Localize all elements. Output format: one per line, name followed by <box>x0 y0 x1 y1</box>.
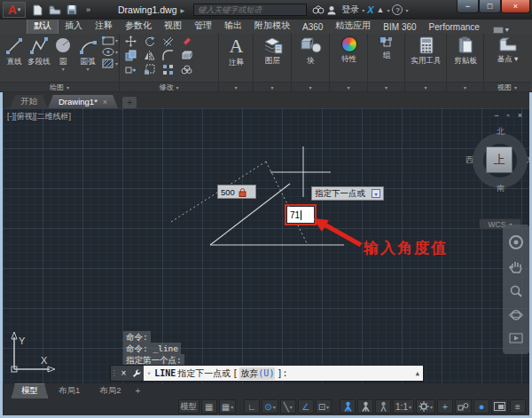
navigation-wheel-icon[interactable] <box>508 234 524 250</box>
customization-button[interactable]: + <box>437 399 453 414</box>
tab-insert[interactable]: 插入 <box>59 18 89 34</box>
block-button[interactable]: 块 <box>292 34 329 82</box>
chevron-down-icon[interactable]: ▾ <box>62 67 65 72</box>
viewcube-east[interactable]: 东 <box>527 154 529 166</box>
help-button[interactable]: ? <box>392 4 403 15</box>
drag-handle-icon[interactable]: ⋮ <box>111 366 117 381</box>
autoscale-button[interactable] <box>357 399 373 414</box>
search-input[interactable] <box>193 4 307 16</box>
trim-button[interactable] <box>159 35 177 47</box>
tab-output[interactable]: 输出 <box>218 18 248 34</box>
tab-parametric[interactable]: 参数化 <box>119 18 158 34</box>
app-menu-button[interactable]: A▾ <box>3 2 26 18</box>
rectangle-tool-button[interactable]: ▾ <box>102 35 118 45</box>
tab-model[interactable]: 模型 <box>12 383 48 398</box>
model-space-button[interactable]: 模型 <box>178 399 200 414</box>
polar-tracking-button[interactable]: ⊙▾ <box>262 399 278 414</box>
tab-annotate[interactable]: 注释 <box>89 18 119 34</box>
panel-label-block[interactable]: ▾ <box>292 82 329 91</box>
revcloud-button[interactable] <box>177 64 196 75</box>
command-input[interactable]: ▾ LINE 指定下一点或 [放弃(U)]: ▲ <box>144 366 423 381</box>
arc-button[interactable]: 圆弧 ▾ <box>75 35 100 72</box>
tab-view[interactable]: 视图 <box>158 18 188 34</box>
save-button[interactable] <box>65 4 78 16</box>
chevron-down-icon[interactable]: ▾ <box>87 67 90 72</box>
rotate-button[interactable] <box>140 35 159 47</box>
viewcube[interactable]: 上 北 南 西 东 <box>471 128 529 188</box>
panel-label-layers[interactable]: ▾ <box>254 82 291 91</box>
signin-chevron-icon[interactable]: ▾ <box>362 7 364 13</box>
a360-icon[interactable]: ▲ <box>377 5 385 14</box>
stretch-button[interactable] <box>121 64 140 75</box>
hatch-tool-button[interactable]: ▾ <box>102 59 118 68</box>
panel-label-modify[interactable]: 修改▾ <box>120 82 218 91</box>
panel-label-view[interactable]: 视图▾ <box>484 82 530 91</box>
viewcube-top-face[interactable]: 上 <box>486 146 512 173</box>
panel-label-group[interactable]: ▾ <box>368 82 404 91</box>
viewcube-west[interactable]: 西 <box>466 154 473 166</box>
open-file-button[interactable] <box>48 4 61 16</box>
panel-label-properties[interactable]: ▾ <box>330 82 367 91</box>
polyline-button[interactable]: 多段线 <box>27 35 51 67</box>
utilities-button[interactable]: 实用工具 <box>405 34 446 82</box>
qat-overflow-button[interactable]: » <box>82 4 95 16</box>
length-input-field[interactable]: 500 <box>217 185 256 199</box>
new-tab-button[interactable]: + <box>122 97 137 108</box>
new-layout-button[interactable]: + <box>136 386 141 396</box>
close-button[interactable]: × <box>501 0 530 13</box>
panel-label-draw[interactable]: 绘图▾ <box>0 82 119 91</box>
drawing-canvas[interactable]: [-][俯视][二维线框] − ▫ × 500 指定下一点或 <box>3 108 529 383</box>
ellipse-tool-button[interactable]: ▾ <box>102 47 118 57</box>
isolate-objects-button[interactable] <box>455 399 472 414</box>
tab-manage[interactable]: 管理 <box>188 18 218 34</box>
file-tab-drawing1[interactable]: Drawing1* × <box>48 95 118 108</box>
status-menu-button[interactable]: ≡ <box>510 399 526 414</box>
snap-mode-button[interactable]: ▦▾ <box>219 399 236 414</box>
copy-button[interactable] <box>121 50 140 61</box>
tab-layout1[interactable]: 布局1 <box>50 384 89 398</box>
line-button[interactable]: 直线 <box>2 35 27 67</box>
array-button[interactable] <box>159 64 177 75</box>
search-binoculars-icon[interactable] <box>312 5 325 14</box>
object-snap-tracking-button[interactable]: ∠ <box>298 399 314 414</box>
scale-button[interactable] <box>140 64 159 75</box>
tab-layout2[interactable]: 布局2 <box>90 384 129 398</box>
file-tab-start[interactable]: 开始 <box>10 95 48 108</box>
basepoint-button[interactable]: 基点 ▾ <box>484 34 530 82</box>
tab-addins[interactable]: 附加模块 <box>248 18 296 34</box>
circle-button[interactable]: 圆 ▾ <box>51 35 76 72</box>
new-file-button[interactable] <box>31 4 44 16</box>
fillet-button[interactable] <box>159 50 177 61</box>
properties-button[interactable]: 特性 <box>330 34 367 82</box>
command-option[interactable]: 放弃(U) <box>239 367 275 380</box>
annotate-button[interactable]: A 注释 <box>219 34 253 82</box>
title-flyout-icon[interactable]: ▶ <box>181 7 185 13</box>
exchange-apps-icon[interactable]: X <box>367 4 373 15</box>
isometric-drafting-button[interactable]: ╲▾ <box>280 399 296 414</box>
tab-close-icon[interactable]: × <box>103 98 107 106</box>
ribbon-display-button[interactable]: ▾ <box>493 26 509 34</box>
expand-history-icon[interactable]: ▲ <box>416 370 419 377</box>
a360-chevron-icon[interactable]: ▾ <box>387 7 389 13</box>
pan-hand-icon[interactable] <box>509 260 523 274</box>
orbit-icon[interactable] <box>509 308 523 322</box>
command-close-button[interactable]: × <box>117 366 130 381</box>
grid-display-button[interactable]: ▦ <box>201 399 217 414</box>
layers-button[interactable]: 图层 <box>254 34 291 82</box>
panel-label-utilities[interactable]: ▾ <box>405 82 446 91</box>
showmotion-icon[interactable] <box>509 332 523 344</box>
viewcube-north[interactable]: 北 <box>497 126 505 138</box>
annotation-scale-dropdown[interactable]: 1:1▾ <box>393 399 414 414</box>
object-snap-button[interactable]: ⊡▾ <box>316 399 332 414</box>
tab-a360[interactable]: A360 <box>296 20 329 34</box>
customize-button[interactable] <box>130 366 144 381</box>
erase-button[interactable] <box>177 35 196 47</box>
maximize-button[interactable]: □ <box>479 0 501 13</box>
explode-button[interactable] <box>177 50 196 61</box>
move-button[interactable] <box>121 35 140 47</box>
panel-label-clipboard[interactable]: ▾ <box>447 82 483 91</box>
more-options-icon[interactable]: ▾ <box>372 189 380 198</box>
clean-screen-button[interactable]: ● <box>473 399 489 414</box>
minimize-button[interactable]: − <box>457 0 479 13</box>
workspace-switching-button[interactable]: ▾ <box>416 399 435 414</box>
